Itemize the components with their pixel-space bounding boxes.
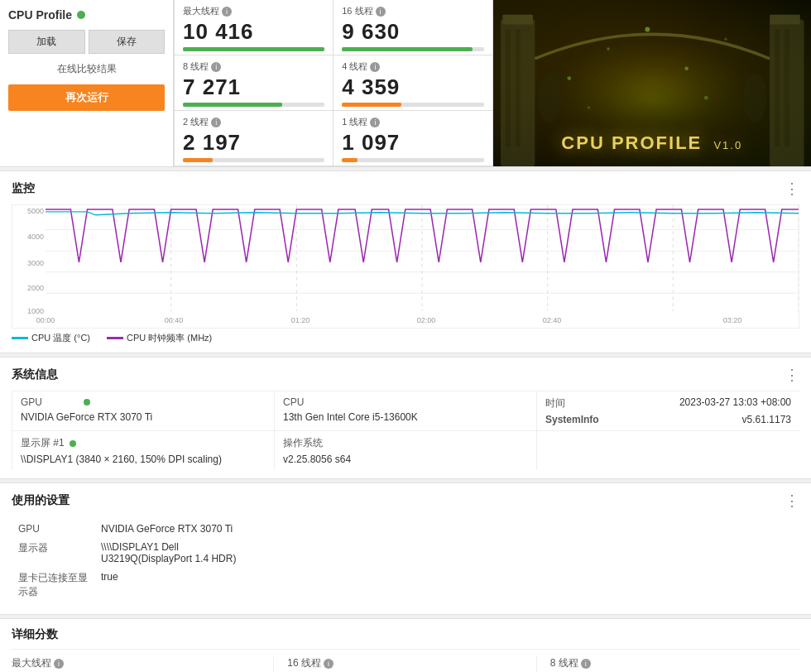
hero-image: CPU PROFILE V1.0 xyxy=(493,0,812,166)
detail-max-label: 最大线程 i xyxy=(12,656,260,670)
svg-point-9 xyxy=(567,76,571,80)
monitor-menu[interactable]: ⋮ xyxy=(785,180,799,198)
detail-section: 详细分数 最大线程 i 10 416 每帧的平均模拟时间 33.6 ms 16 … xyxy=(0,618,811,672)
x-label-40: 00:40 xyxy=(165,316,184,324)
display-status-dot xyxy=(70,440,76,447)
y-label-3000: 3000 xyxy=(12,259,44,267)
y-label-4000: 4000 xyxy=(12,233,44,241)
save-button[interactable]: 保存 xyxy=(89,30,166,54)
setting-gpu-key: GPU xyxy=(12,520,94,538)
display-row: 显示屏 #1 xyxy=(21,436,266,450)
settings-menu[interactable]: ⋮ xyxy=(785,492,799,510)
top-panel: CPU Profile 加载 保存 在线比较结果 再次运行 最大线程 i 10 … xyxy=(0,0,811,167)
display-value: \\DISPLAY1 (3840 × 2160, 150% DPI scalin… xyxy=(21,454,222,465)
setting-gpu-value: NVIDIA GeForce RTX 3070 Ti xyxy=(94,520,276,538)
empty-cell xyxy=(537,431,799,470)
progress-t16 xyxy=(342,47,483,51)
svg-point-12 xyxy=(724,38,727,41)
left-controls: CPU Profile 加载 保存 在线比较结果 再次运行 xyxy=(0,0,174,166)
legend-freq: CPU 时钟频率 (MHz) xyxy=(107,332,212,344)
score-cell-max: 最大线程 i 10 416 xyxy=(175,0,334,55)
svg-point-10 xyxy=(607,47,610,50)
y-label-5000: 5000 xyxy=(12,207,44,215)
progress-fill-t2 xyxy=(183,158,213,162)
system-info-menu[interactable]: ⋮ xyxy=(785,366,799,384)
detail-info-max[interactable]: i xyxy=(54,659,64,669)
svg-rect-7 xyxy=(775,29,780,146)
y-axis-label: 频率 (MHz) xyxy=(12,248,13,286)
monitor-section: 监控 ⋮ 5000 4000 3000 2000 1000 xyxy=(0,170,811,353)
hero-title: CPU PROFILE V1.0 xyxy=(561,132,742,154)
score-value-max: 10 416 xyxy=(183,19,324,45)
hero-version: V1.0 xyxy=(713,139,742,151)
score-value-t16: 9 630 xyxy=(342,19,483,45)
monitor-title: 监控 xyxy=(12,181,35,196)
score-grid: 最大线程 i 10 416 16 线程 i 9 630 8 线程 i xyxy=(174,0,493,166)
score-value-t4: 4 359 xyxy=(342,74,483,100)
score-value-t1: 1 097 xyxy=(342,130,483,156)
score-value-t8: 7 271 xyxy=(183,74,324,100)
progress-t4 xyxy=(342,103,483,107)
detail-t16-label: 16 线程 i xyxy=(287,656,522,670)
svg-rect-2 xyxy=(502,15,533,25)
score-label-t16: 16 线程 i xyxy=(342,5,483,17)
detail-info-t16[interactable]: i xyxy=(324,659,334,669)
info-icon-t4[interactable]: i xyxy=(370,62,380,72)
cpu-key: CPU xyxy=(283,396,528,408)
sysinfo-row: SystemInfo v5.61.1173 xyxy=(545,414,791,425)
os-key: 操作系统 xyxy=(283,436,528,450)
info-icon-t8[interactable]: i xyxy=(211,62,221,72)
detail-t8-label: 8 线程 i xyxy=(550,656,799,670)
score-label-t4: 4 线程 i xyxy=(342,60,483,73)
system-info-title: 系统信息 xyxy=(12,367,58,382)
status-dot xyxy=(77,11,85,19)
info-icon-max[interactable]: i xyxy=(222,7,232,17)
legend-color-temp xyxy=(12,337,28,339)
score-label-t1: 1 线程 i xyxy=(342,116,483,128)
hero-text: CPU PROFILE V1.0 xyxy=(561,132,742,166)
svg-point-17 xyxy=(743,74,766,122)
progress-fill-t8 xyxy=(183,103,282,107)
detail-header: 详细分数 xyxy=(12,627,799,642)
sysinfo-value: v5.61.1173 xyxy=(742,414,791,425)
os-cell: 操作系统 v2.25.8056 s64 xyxy=(275,431,537,470)
detail-t16: 16 线程 i 9 630 每帧的平均模拟时间 36.3 ms xyxy=(274,656,536,672)
monitor-svg xyxy=(46,205,799,311)
legend-color-freq xyxy=(107,337,123,339)
score-label-t8: 8 线程 i xyxy=(183,60,324,73)
setting-display-key: 显示器 xyxy=(12,538,94,568)
gpu-key: GPU xyxy=(21,396,79,408)
time-row: 时间 2023-03-27 13:03 +08:00 xyxy=(545,396,791,410)
info-icon-t2[interactable]: i xyxy=(211,118,221,127)
progress-fill-t1 xyxy=(342,158,358,162)
load-button[interactable]: 加载 xyxy=(8,30,85,54)
app-title: CPU Profile xyxy=(8,8,165,22)
setting-display-value: \\\\DISPLAY1 Dell U3219Q(DisplayPort 1.4… xyxy=(94,538,276,568)
svg-rect-8 xyxy=(784,29,789,146)
time-value: 2023-03-27 13:03 +08:00 xyxy=(679,396,791,410)
svg-point-11 xyxy=(684,66,689,70)
cpu-value: 13th Gen Intel Core i5-13600K xyxy=(283,411,418,423)
detail-info-t8[interactable]: i xyxy=(581,659,591,669)
y-label-1000: 1000 xyxy=(12,307,44,315)
score-cell-t4: 4 线程 i 4 359 xyxy=(334,55,492,111)
chart-legend: CPU 温度 (°C) CPU 时钟频率 (MHz) xyxy=(12,332,799,344)
run-button[interactable]: 再次运行 xyxy=(8,84,165,111)
score-cell-t2: 2 线程 i 2 197 xyxy=(175,111,334,166)
os-value: v2.25.8056 s64 xyxy=(283,454,351,465)
display-key: 显示屏 #1 xyxy=(21,436,65,450)
info-icon-t16[interactable]: i xyxy=(376,7,386,17)
freq-line xyxy=(46,209,799,262)
gpu-value: NVIDIA GeForce RTX 3070 Ti xyxy=(21,411,152,423)
sysinfo-key: SystemInfo xyxy=(545,414,599,425)
settings-title: 使用的设置 xyxy=(12,493,70,508)
legend-temp: CPU 温度 (°C) xyxy=(12,332,90,344)
compare-button[interactable]: 在线比较结果 xyxy=(8,59,165,79)
score-label-max: 最大线程 i xyxy=(183,5,324,17)
x-label-240: 02:40 xyxy=(543,316,562,324)
svg-point-15 xyxy=(703,96,708,100)
time-cell: 时间 2023-03-27 13:03 +08:00 SystemInfo v5… xyxy=(537,391,799,431)
title-text: CPU Profile xyxy=(8,8,72,22)
score-cell-t8: 8 线程 i 7 271 xyxy=(175,55,334,111)
info-icon-t1[interactable]: i xyxy=(370,118,380,127)
